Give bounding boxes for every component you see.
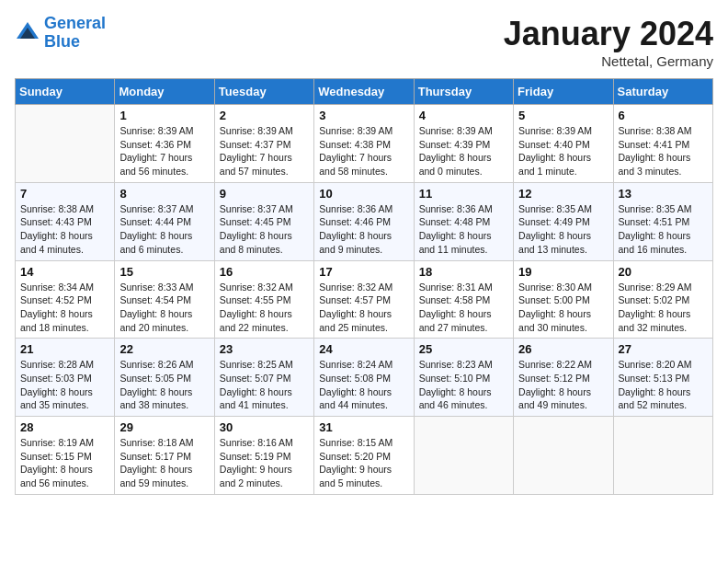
day-number: 15 (119, 265, 209, 279)
header: General Blue January 2024 Nettetal, Germ… (15, 15, 713, 69)
day-cell: 22Sunrise: 8:26 AM Sunset: 5:05 PM Dayli… (115, 339, 214, 417)
weekday-header-wednesday: Wednesday (314, 79, 414, 105)
day-info: Sunrise: 8:39 AM Sunset: 4:37 PM Dayligh… (220, 124, 309, 178)
day-number: 14 (20, 265, 109, 279)
day-cell: 20Sunrise: 8:29 AM Sunset: 5:02 PM Dayli… (613, 260, 712, 339)
day-number: 11 (419, 187, 508, 201)
day-info: Sunrise: 8:38 AM Sunset: 4:41 PM Dayligh… (619, 124, 708, 178)
day-cell (16, 105, 115, 183)
day-info: Sunrise: 8:24 AM Sunset: 5:08 PM Dayligh… (319, 358, 408, 412)
day-number: 30 (220, 420, 309, 434)
day-cell: 11Sunrise: 8:36 AM Sunset: 4:48 PM Dayli… (414, 182, 513, 260)
day-number: 18 (419, 265, 508, 279)
day-info: Sunrise: 8:28 AM Sunset: 5:03 PM Dayligh… (20, 358, 109, 412)
day-number: 17 (319, 265, 408, 279)
day-info: Sunrise: 8:39 AM Sunset: 4:38 PM Dayligh… (319, 124, 408, 178)
day-info: Sunrise: 8:36 AM Sunset: 4:46 PM Dayligh… (319, 202, 408, 257)
location-subtitle: Nettetal, Germany (504, 53, 713, 69)
day-cell: 15Sunrise: 8:33 AM Sunset: 4:54 PM Dayli… (115, 260, 214, 339)
day-cell: 14Sunrise: 8:34 AM Sunset: 4:52 PM Dayli… (16, 260, 115, 339)
day-info: Sunrise: 8:36 AM Sunset: 4:48 PM Dayligh… (419, 202, 508, 257)
day-number: 13 (619, 187, 708, 201)
day-number: 4 (419, 109, 508, 122)
day-number: 25 (419, 342, 508, 356)
day-number: 28 (20, 420, 109, 434)
day-info: Sunrise: 8:33 AM Sunset: 4:54 PM Dayligh… (119, 281, 209, 335)
day-number: 8 (119, 187, 209, 201)
day-number: 27 (619, 342, 708, 356)
day-number: 22 (119, 342, 209, 356)
logo-line1: General (44, 14, 106, 32)
day-cell: 7Sunrise: 8:38 AM Sunset: 4:43 PM Daylig… (16, 182, 115, 260)
week-row-2: 7Sunrise: 8:38 AM Sunset: 4:43 PM Daylig… (16, 182, 713, 260)
day-cell: 28Sunrise: 8:19 AM Sunset: 5:15 PM Dayli… (16, 417, 115, 495)
weekday-header-row: SundayMondayTuesdayWednesdayThursdayFrid… (16, 79, 713, 105)
day-info: Sunrise: 8:39 AM Sunset: 4:39 PM Dayligh… (419, 124, 508, 178)
day-cell: 30Sunrise: 8:16 AM Sunset: 5:19 PM Dayli… (214, 417, 313, 495)
day-cell: 8Sunrise: 8:37 AM Sunset: 4:44 PM Daylig… (115, 182, 214, 260)
day-cell: 21Sunrise: 8:28 AM Sunset: 5:03 PM Dayli… (16, 339, 115, 417)
weekday-header-monday: Monday (115, 79, 214, 105)
day-cell: 19Sunrise: 8:30 AM Sunset: 5:00 PM Dayli… (514, 260, 613, 339)
day-number: 1 (119, 109, 209, 122)
day-cell: 26Sunrise: 8:22 AM Sunset: 5:12 PM Dayli… (514, 339, 613, 417)
day-number: 10 (319, 187, 408, 201)
day-info: Sunrise: 8:26 AM Sunset: 5:05 PM Dayligh… (119, 358, 209, 412)
weekday-header-tuesday: Tuesday (214, 79, 313, 105)
day-cell: 9Sunrise: 8:37 AM Sunset: 4:45 PM Daylig… (214, 182, 313, 260)
day-cell: 31Sunrise: 8:15 AM Sunset: 5:20 PM Dayli… (314, 417, 414, 495)
day-number: 23 (220, 342, 309, 356)
day-info: Sunrise: 8:37 AM Sunset: 4:45 PM Dayligh… (220, 202, 309, 257)
day-number: 2 (220, 109, 309, 122)
day-info: Sunrise: 8:31 AM Sunset: 4:58 PM Dayligh… (419, 281, 508, 335)
week-row-4: 21Sunrise: 8:28 AM Sunset: 5:03 PM Dayli… (16, 339, 713, 417)
day-cell: 1Sunrise: 8:39 AM Sunset: 4:36 PM Daylig… (115, 105, 214, 183)
day-info: Sunrise: 8:19 AM Sunset: 5:15 PM Dayligh… (20, 436, 109, 490)
day-number: 26 (518, 342, 608, 356)
day-cell: 27Sunrise: 8:20 AM Sunset: 5:13 PM Dayli… (613, 339, 712, 417)
day-cell (514, 417, 613, 495)
day-cell: 16Sunrise: 8:32 AM Sunset: 4:55 PM Dayli… (214, 260, 313, 339)
day-info: Sunrise: 8:35 AM Sunset: 4:51 PM Dayligh… (619, 202, 708, 257)
logo-icon (15, 20, 40, 46)
day-number: 3 (319, 109, 408, 122)
day-number: 29 (119, 420, 209, 434)
day-info: Sunrise: 8:16 AM Sunset: 5:19 PM Dayligh… (220, 436, 309, 490)
day-info: Sunrise: 8:30 AM Sunset: 5:00 PM Dayligh… (518, 281, 608, 335)
day-number: 6 (619, 109, 708, 122)
day-info: Sunrise: 8:39 AM Sunset: 4:36 PM Dayligh… (119, 124, 209, 178)
logo: General Blue (15, 15, 106, 52)
day-info: Sunrise: 8:18 AM Sunset: 5:17 PM Dayligh… (119, 436, 209, 490)
day-cell (613, 417, 712, 495)
day-cell: 10Sunrise: 8:36 AM Sunset: 4:46 PM Dayli… (314, 182, 414, 260)
day-number: 5 (518, 109, 608, 122)
day-number: 7 (20, 187, 109, 201)
day-cell: 25Sunrise: 8:23 AM Sunset: 5:10 PM Dayli… (414, 339, 513, 417)
day-number: 12 (518, 187, 608, 201)
day-cell (414, 417, 513, 495)
day-info: Sunrise: 8:38 AM Sunset: 4:43 PM Dayligh… (20, 202, 109, 257)
day-cell: 18Sunrise: 8:31 AM Sunset: 4:58 PM Dayli… (414, 260, 513, 339)
calendar-table: SundayMondayTuesdayWednesdayThursdayFrid… (15, 78, 713, 495)
day-cell: 17Sunrise: 8:32 AM Sunset: 4:57 PM Dayli… (314, 260, 414, 339)
day-info: Sunrise: 8:34 AM Sunset: 4:52 PM Dayligh… (20, 281, 109, 335)
month-title: January 2024 (504, 15, 713, 53)
day-number: 31 (319, 420, 408, 434)
day-info: Sunrise: 8:22 AM Sunset: 5:12 PM Dayligh… (518, 358, 608, 412)
weekday-header-thursday: Thursday (414, 79, 513, 105)
day-cell: 2Sunrise: 8:39 AM Sunset: 4:37 PM Daylig… (214, 105, 313, 183)
logo-text: General Blue (44, 15, 106, 52)
weekday-header-friday: Friday (514, 79, 613, 105)
week-row-1: 1Sunrise: 8:39 AM Sunset: 4:36 PM Daylig… (16, 105, 713, 183)
day-number: 21 (20, 342, 109, 356)
day-cell: 4Sunrise: 8:39 AM Sunset: 4:39 PM Daylig… (414, 105, 513, 183)
day-info: Sunrise: 8:32 AM Sunset: 4:55 PM Dayligh… (220, 281, 309, 335)
day-cell: 23Sunrise: 8:25 AM Sunset: 5:07 PM Dayli… (214, 339, 313, 417)
logo-line2: Blue (44, 32, 80, 51)
day-number: 9 (220, 187, 309, 201)
day-info: Sunrise: 8:37 AM Sunset: 4:44 PM Dayligh… (119, 202, 209, 257)
day-info: Sunrise: 8:29 AM Sunset: 5:02 PM Dayligh… (619, 281, 708, 335)
week-row-3: 14Sunrise: 8:34 AM Sunset: 4:52 PM Dayli… (16, 260, 713, 339)
day-info: Sunrise: 8:25 AM Sunset: 5:07 PM Dayligh… (220, 358, 309, 412)
title-area: January 2024 Nettetal, Germany (504, 15, 713, 69)
